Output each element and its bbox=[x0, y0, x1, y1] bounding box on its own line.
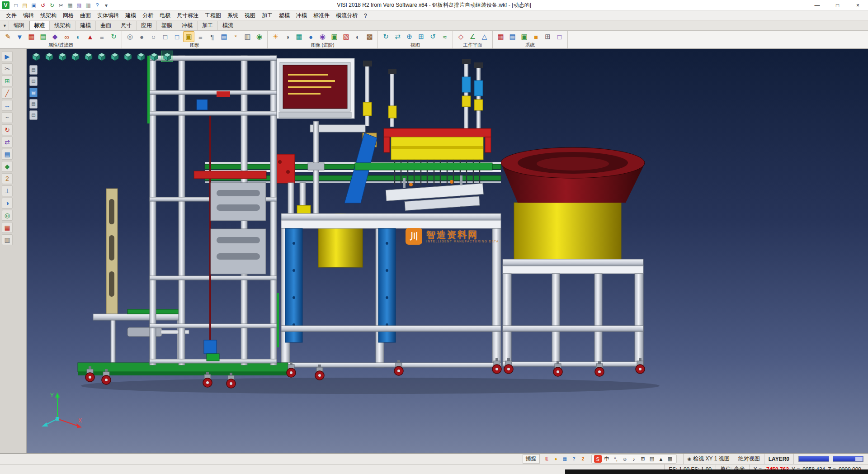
plot-icon[interactable]: ▥ bbox=[242, 31, 253, 42]
menu-item[interactable]: 分析 bbox=[139, 11, 156, 20]
perpendicular-icon[interactable]: ⊥ bbox=[2, 185, 13, 196]
zoom-in-icon[interactable]: ⊕ bbox=[404, 31, 415, 42]
tab[interactable]: 尺寸 bbox=[116, 21, 137, 30]
tab[interactable]: 线架构 bbox=[50, 21, 75, 30]
layers-icon[interactable]: ▤ bbox=[2, 149, 13, 160]
layer-filter-icon[interactable]: ▤ bbox=[38, 31, 49, 42]
tab[interactable]: 编辑 bbox=[9, 21, 29, 30]
filter-refresh-icon[interactable]: ↻ bbox=[108, 31, 119, 42]
attribute-filter-icon[interactable]: ▼ bbox=[14, 31, 25, 42]
display-filter-3[interactable]: ▤ bbox=[29, 88, 38, 97]
color-table-icon[interactable]: ▦ bbox=[495, 31, 506, 42]
layer-indicator[interactable]: LAYER0 bbox=[764, 454, 793, 464]
zoom-window-icon[interactable]: ⊞ bbox=[415, 31, 427, 42]
menu-item[interactable]: 线架构 bbox=[37, 11, 60, 20]
hidden-line-icon[interactable]: ○ bbox=[148, 31, 159, 42]
emoji-icon[interactable]: ☺ bbox=[621, 455, 629, 463]
display-filter-1[interactable]: ▤ bbox=[29, 65, 38, 75]
select-icon[interactable]: ▶ bbox=[2, 51, 13, 62]
view-axes-toggle[interactable] bbox=[43, 51, 55, 62]
render-settings-icon[interactable]: * bbox=[230, 31, 241, 42]
menu-item[interactable]: 塑模 bbox=[276, 11, 293, 20]
render-icon[interactable]: ▩ bbox=[364, 31, 375, 42]
shadow-icon[interactable]: ◑ bbox=[282, 31, 293, 42]
ime-grid-icon[interactable]: ▦ bbox=[666, 455, 674, 463]
menu-item[interactable]: 电极 bbox=[156, 11, 174, 20]
tab[interactable]: 塑膜 bbox=[157, 21, 177, 30]
blue-sheet-icon[interactable]: □ bbox=[171, 31, 183, 42]
sogou-logo[interactable]: S bbox=[594, 455, 602, 463]
dynamic-rotate-icon[interactable]: ↻ bbox=[380, 31, 392, 42]
material-sphere-icon[interactable]: ● bbox=[305, 31, 316, 42]
edit-properties-icon[interactable]: ✎ bbox=[2, 31, 14, 42]
snap-toggle[interactable]: 捕捉 bbox=[523, 454, 540, 464]
annotation-icon[interactable]: ¶ bbox=[207, 31, 218, 42]
tray-icon-e[interactable]: E bbox=[543, 455, 551, 463]
cut-line-icon[interactable]: ╱ bbox=[2, 88, 13, 99]
absolute-view-cell[interactable]: 绝对视图 bbox=[734, 454, 764, 464]
close-button[interactable]: × bbox=[848, 0, 868, 10]
mirror-icon[interactable]: ⇄ bbox=[2, 137, 13, 147]
save-icon[interactable]: ▣ bbox=[30, 1, 38, 9]
tray-bell-icon[interactable]: ● bbox=[552, 455, 560, 463]
menu-item[interactable]: 实体编辑 bbox=[94, 11, 122, 20]
new-file-icon[interactable]: □ bbox=[12, 1, 20, 9]
tab[interactable]: 冲模 bbox=[177, 21, 198, 30]
screen-config-icon[interactable]: ▣ bbox=[519, 31, 530, 42]
voice-input-icon[interactable]: ♪ bbox=[630, 455, 638, 463]
background-icon[interactable]: ▣ bbox=[329, 31, 340, 42]
pan-view-icon[interactable]: ⇄ bbox=[392, 31, 403, 42]
menu-item[interactable]: ? bbox=[361, 12, 370, 20]
display-filter-4[interactable]: ▤ bbox=[29, 99, 38, 109]
menu-item[interactable]: 尺寸标注 bbox=[174, 11, 202, 20]
curve-icon[interactable]: ~ bbox=[2, 112, 13, 123]
menu-item[interactable]: 网格 bbox=[60, 11, 77, 20]
shading-icon[interactable]: ◑ bbox=[2, 198, 13, 209]
menu-item[interactable]: 模流分析 bbox=[333, 11, 361, 20]
view-top[interactable] bbox=[109, 51, 120, 62]
ime-collapse-icon[interactable]: ▲ bbox=[657, 455, 665, 463]
shaded-view-icon[interactable]: ● bbox=[136, 31, 147, 42]
redraw-icon[interactable]: ≈ bbox=[439, 31, 450, 42]
input-mode-chinese[interactable]: 中 bbox=[603, 455, 611, 463]
environment-icon[interactable]: ◐ bbox=[352, 31, 363, 42]
solid-icon[interactable]: ◆ bbox=[2, 161, 13, 172]
cut-icon[interactable]: ✂ bbox=[57, 1, 65, 9]
view-iso-se[interactable] bbox=[70, 51, 81, 62]
rotate-icon[interactable]: ↻ bbox=[2, 124, 13, 135]
selection-flag-icon[interactable]: ▲ bbox=[85, 31, 96, 42]
viewport-3d[interactable]: ▤ ▤ ▤ ▤ ▤ Y X bbox=[27, 49, 868, 453]
menu-item[interactable]: 标准件 bbox=[310, 11, 333, 20]
mask-toggle-icon[interactable]: ◐ bbox=[73, 31, 84, 42]
tab-dropdown-icon[interactable]: ▼ bbox=[1, 21, 9, 30]
print-icon[interactable]: ▥ bbox=[84, 1, 92, 9]
menu-item[interactable]: 曲面 bbox=[77, 11, 94, 20]
camera-icon[interactable]: ◉ bbox=[317, 31, 328, 42]
tray-calendar-icon[interactable]: ▦ bbox=[561, 455, 569, 463]
palette-icon[interactable]: ▦ bbox=[2, 222, 13, 233]
maximize-button[interactable]: □ bbox=[827, 0, 848, 10]
tab[interactable]: 应用 bbox=[137, 21, 157, 30]
minimize-button[interactable]: — bbox=[807, 0, 827, 10]
view-name-cell[interactable]: ◉ 检视 XY 1 视图 bbox=[683, 454, 734, 464]
globe-icon[interactable]: ◎ bbox=[2, 210, 13, 221]
ime-toolbox-icon[interactable]: ▤ bbox=[648, 455, 656, 463]
workplane-align-icon[interactable]: ∠ bbox=[467, 31, 478, 42]
toolbar-options-icon[interactable]: ▾ bbox=[102, 1, 110, 9]
view-front[interactable] bbox=[122, 51, 133, 62]
tray-badge-icon[interactable]: 2 bbox=[580, 455, 587, 463]
redo-icon[interactable]: ↻ bbox=[48, 1, 56, 9]
element-filter-icon[interactable]: ◆ bbox=[49, 31, 61, 42]
system-display-icon[interactable]: ▤ bbox=[507, 31, 518, 42]
help-icon[interactable]: ? bbox=[93, 1, 101, 9]
group-list-icon[interactable]: ≡ bbox=[96, 31, 108, 42]
display-filter-2[interactable]: ▤ bbox=[29, 76, 38, 86]
display-filter-5[interactable]: ▤ bbox=[29, 110, 38, 120]
menu-item[interactable]: 加工 bbox=[259, 11, 276, 20]
open-file-icon[interactable]: ▤ bbox=[21, 1, 29, 9]
menu-item[interactable]: 编辑 bbox=[20, 11, 37, 20]
monitor-icon[interactable]: □ bbox=[554, 31, 565, 42]
plot-print-icon[interactable]: ▥ bbox=[2, 234, 13, 245]
menu-item[interactable]: 视图 bbox=[241, 11, 259, 20]
view-dynamic[interactable] bbox=[161, 51, 173, 62]
